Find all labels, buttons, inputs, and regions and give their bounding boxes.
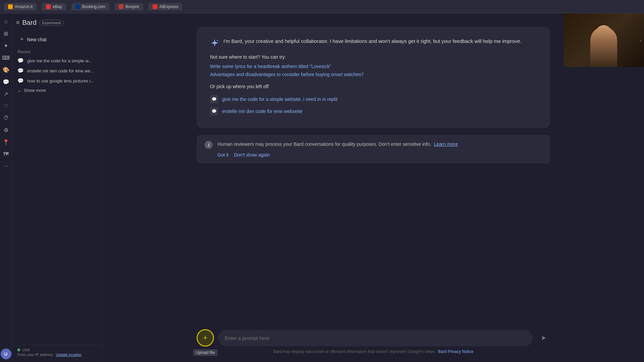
prev-chat-icon-2: 💬 <box>210 107 218 115</box>
sidebar-footer: USA From your IP address · Update locati… <box>12 345 102 359</box>
upload-plus-icon: + <box>203 334 208 342</box>
country-label: USA <box>22 348 30 352</box>
tab-amazon[interactable]: Amazon.it <box>4 3 37 10</box>
suggestion-link-1[interactable]: Write some lyrics for a heartbreak anthe… <box>210 64 537 69</box>
intro-text: I'm Bard, your creative and helpful coll… <box>223 38 522 45</box>
prev-chat-link-1[interactable]: give me the code for a simple website, i… <box>222 97 337 102</box>
hamburger-icon[interactable]: ≡ <box>16 19 20 26</box>
upload-tooltip: Upload file <box>193 349 218 356</box>
update-location-link[interactable]: Update location <box>56 353 82 357</box>
new-chat-label: New chat <box>27 37 47 42</box>
tab-amazon-label: Amazon.it <box>15 4 33 9</box>
webcam-overlay: › <box>564 13 644 67</box>
send-button[interactable]: ➤ <box>537 331 550 345</box>
sidebar-header: ≡ Bard Experiment <box>12 16 102 32</box>
privacy-text: Human reviewers may process your Bard co… <box>217 141 458 148</box>
apps-icon[interactable]: ⊞ <box>1 28 11 39</box>
experiment-badge: Experiment <box>39 20 64 26</box>
suggestion-link-2[interactable]: Advantages and disadvantages to consider… <box>210 72 537 77</box>
chat-item-2[interactable]: 💬 erstelle mir den code für eine we... <box>12 66 102 76</box>
chevron-down-icon: ⌄ <box>17 88 21 93</box>
map-icon[interactable]: 🗺 <box>1 149 11 160</box>
code-icon[interactable]: ⌨ <box>1 52 11 63</box>
amazon-favicon <box>8 4 13 9</box>
privacy-notice: ℹ Human reviewers may process your Bard … <box>197 135 550 164</box>
chat-bubble-icon-3: 💬 <box>17 78 24 84</box>
pickup-header: Or pick up where you left off: <box>210 84 537 89</box>
tab-booking-label: Booking.com <box>82 4 105 9</box>
chat-item-1[interactable]: 💬 give me the code for a simple w... <box>12 56 102 66</box>
prev-chat-1[interactable]: 💬 give me the code for a simple website,… <box>210 93 537 105</box>
chat-area: I'm Bard, your creative and helpful coll… <box>103 13 644 324</box>
tab-bonprix[interactable]: Bonprix <box>115 3 143 10</box>
upload-file-button[interactable]: + <box>197 329 214 347</box>
suggestion-header: Not sure where to start? You can try: <box>210 54 537 60</box>
dont-show-button[interactable]: Don't show again <box>234 152 270 158</box>
prev-chat-2[interactable]: 💬 erstelle mir den code für eine webseit… <box>210 105 537 117</box>
prev-chat-link-2[interactable]: erstelle mir den code für eine webseite <box>222 109 303 114</box>
browser-toolbar: Amazon.it eBay Booking.com Bonprix AliEx… <box>0 0 644 13</box>
footer-disclaimer: Bard may display inaccurate or offensive… <box>197 349 550 355</box>
show-more-label: Show more <box>24 88 46 93</box>
chat-item-3[interactable]: 💬 how to use google lens pictures i... <box>12 76 102 86</box>
welcome-card: I'm Bard, your creative and helpful coll… <box>197 27 550 128</box>
got-it-button[interactable]: Got it <box>217 152 228 158</box>
location-icon[interactable]: 📍 <box>1 137 11 147</box>
prompt-input[interactable] <box>218 330 533 346</box>
heart-icon[interactable]: ♡ <box>1 101 11 111</box>
tab-aliexpress-label: AliExpress <box>159 4 178 9</box>
location-dot <box>17 349 20 351</box>
tab-ebay[interactable]: eBay <box>42 3 66 10</box>
bard-nav-icon[interactable]: ✦ <box>1 40 11 51</box>
history-icon[interactable]: ⏱ <box>1 113 11 123</box>
tab-bonprix-label: Bonprix <box>125 4 139 9</box>
privacy-notice-link[interactable]: Bard Privacy Notice <box>438 349 473 354</box>
home-icon[interactable]: ⌂ <box>1 16 11 27</box>
chat-item-2-text: erstelle mir den code für eine we... <box>27 68 94 73</box>
ebay-favicon <box>46 4 51 9</box>
chat-bubble-icon-1: 💬 <box>17 58 24 64</box>
plus-icon: + <box>20 36 24 43</box>
bard-logo: Bard <box>22 19 37 26</box>
chat-nav-icon[interactable]: 💬 <box>1 76 11 87</box>
icon-rail: ⌂ ⊞ ✦ ⌨ 🎨 💬 ↗ ♡ ⏱ ⚙ 📍 🗺 ··· U <box>0 13 12 362</box>
chat-item-3-text: how to use google lens pictures i... <box>27 78 94 83</box>
webcam-collapse-arrow[interactable]: › <box>640 38 641 43</box>
user-avatar[interactable]: U <box>1 349 11 359</box>
tab-booking[interactable]: Booking.com <box>71 3 109 10</box>
app-layout: ⌂ ⊞ ✦ ⌨ 🎨 💬 ↗ ♡ ⏱ ⚙ 📍 🗺 ··· U ≡ Bard Exp… <box>0 13 644 362</box>
booking-favicon <box>75 4 80 9</box>
more-icon[interactable]: ··· <box>1 161 11 172</box>
bard-star-icon <box>210 38 219 48</box>
privacy-actions: Got it Don't show again <box>205 152 542 158</box>
settings-icon[interactable]: ⚙ <box>1 125 11 135</box>
main-content: › I'm Bard, your creative and helpful co… <box>103 13 644 362</box>
privacy-notice-row: ℹ Human reviewers may process your Bard … <box>205 141 542 149</box>
bonprix-favicon <box>119 4 123 9</box>
input-area: + Upload file ➤ Bard may display inaccur… <box>103 324 644 362</box>
chat-bubble-icon-2: 💬 <box>17 68 24 74</box>
webcam-video: › <box>564 13 644 67</box>
upload-btn-wrap: + Upload file <box>197 329 214 347</box>
bard-intro: I'm Bard, your creative and helpful coll… <box>210 38 537 48</box>
learn-more-link[interactable]: Learn more <box>434 141 458 147</box>
new-chat-button[interactable]: + New chat <box>15 33 100 46</box>
send-icon: ➤ <box>541 334 546 342</box>
sidebar: ≡ Bard Experiment + New chat Recent 💬 gi… <box>12 13 103 362</box>
person-silhouette <box>590 27 617 67</box>
send-nav-icon[interactable]: ↗ <box>1 88 11 99</box>
chat-item-1-text: give me the code for a simple w... <box>27 58 92 63</box>
show-more-button[interactable]: ⌄ Show more <box>12 86 102 95</box>
palette-icon[interactable]: 🎨 <box>1 64 11 75</box>
ip-row: From your IP address · Update location <box>17 353 97 357</box>
tab-aliexpress[interactable]: AliExpress <box>149 3 182 10</box>
ip-text: From your IP address · <box>17 353 56 357</box>
recent-label: Recent <box>12 47 102 56</box>
tab-ebay-label: eBay <box>53 4 62 9</box>
location-row: USA <box>17 348 97 352</box>
info-icon: ℹ <box>205 141 213 149</box>
input-row: + Upload file ➤ <box>197 329 550 347</box>
prev-chat-icon-1: 💬 <box>210 95 218 103</box>
aliexpress-favicon <box>153 4 157 9</box>
